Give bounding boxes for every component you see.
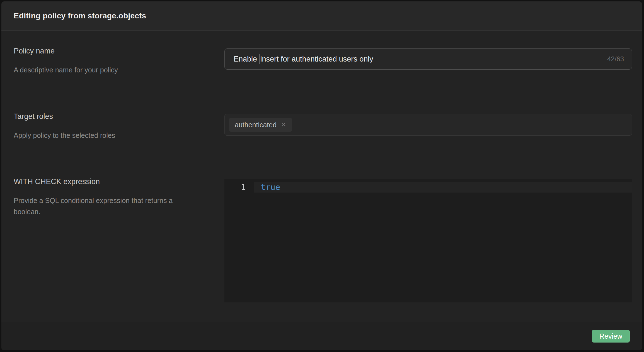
policy-name-label: Policy name xyxy=(14,47,213,55)
target-roles-field-area: authenticated ✕ xyxy=(224,96,642,161)
editor-current-line: true xyxy=(254,182,632,192)
line-number: 1 xyxy=(224,182,246,192)
editor-content[interactable]: true xyxy=(254,179,632,302)
with-check-section: WITH CHECK expression Provide a SQL cond… xyxy=(1,161,642,322)
policy-name-value: Enable insert for authenticated users on… xyxy=(234,54,373,64)
dialog-footer: Review xyxy=(1,322,642,350)
policy-name-value-before-caret: Enable xyxy=(234,55,259,63)
sql-code-editor[interactable]: 1 true xyxy=(224,179,632,302)
policy-name-description: A descriptive name for your policy xyxy=(14,64,195,75)
char-counter: 42/63 xyxy=(607,55,624,63)
policy-name-labels: Policy name A descriptive name for your … xyxy=(1,31,224,96)
dialog-header: Editing policy from storage.objects xyxy=(1,1,642,31)
review-button[interactable]: Review xyxy=(592,330,630,343)
target-roles-labels: Target roles Apply policy to the selecte… xyxy=(1,96,224,161)
with-check-labels: WITH CHECK expression Provide a SQL cond… xyxy=(1,161,224,322)
remove-role-icon[interactable]: ✕ xyxy=(281,122,286,128)
dialog-title: Editing policy from storage.objects xyxy=(14,11,146,20)
role-chip-label: authenticated xyxy=(235,121,277,129)
with-check-editor-area: 1 true xyxy=(224,161,642,322)
role-chip-authenticated[interactable]: authenticated ✕ xyxy=(229,118,292,132)
with-check-description: Provide a SQL conditional expression tha… xyxy=(14,195,195,217)
editor-overview-ruler xyxy=(624,179,624,302)
target-roles-select[interactable]: authenticated ✕ xyxy=(224,114,632,136)
target-roles-section: Target roles Apply policy to the selecte… xyxy=(1,96,642,161)
with-check-label: WITH CHECK expression xyxy=(14,177,213,186)
target-roles-label: Target roles xyxy=(14,112,213,121)
policy-name-value-after-caret: insert for authenticated users only xyxy=(260,55,373,63)
text-caret xyxy=(260,54,260,64)
policy-name-input[interactable]: Enable insert for authenticated users on… xyxy=(224,48,632,70)
editor-gutter: 1 xyxy=(224,179,254,302)
code-text: true xyxy=(261,182,280,192)
target-roles-description: Apply policy to the selected roles xyxy=(14,130,195,141)
policy-name-section: Policy name A descriptive name for your … xyxy=(1,31,642,96)
edit-policy-dialog: Editing policy from storage.objects Poli… xyxy=(1,1,642,350)
policy-name-field-area: Enable insert for authenticated users on… xyxy=(224,31,642,96)
